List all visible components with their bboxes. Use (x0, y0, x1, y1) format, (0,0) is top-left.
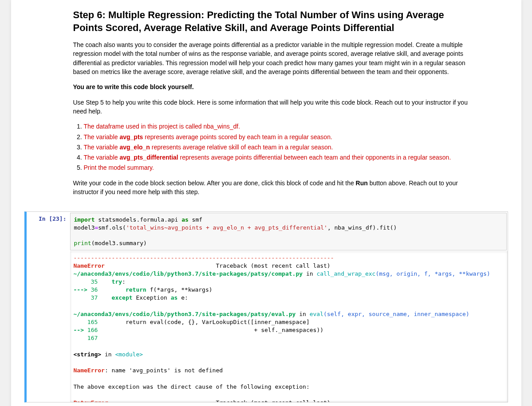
error-output: ----------------------------------------… (70, 251, 508, 402)
list-item: Print the model summary. (84, 163, 473, 172)
run-instruction: Write your code in the code block sectio… (73, 179, 473, 197)
code-cell[interactable]: In [23]: import statsmodels.formula.api … (24, 211, 508, 402)
step-heading: Step 6: Multiple Regression: Predicting … (73, 9, 473, 34)
instruction-bold: You are to write this code block yoursel… (73, 82, 473, 91)
list-item: The dataframe used in this project is ca… (84, 122, 473, 131)
list-item: The variable avg_elo_n represents averag… (84, 143, 473, 152)
list-item: The variable avg_pts_differential repres… (84, 153, 473, 162)
hint-paragraph: Use Step 5 to help you write this code b… (73, 98, 473, 116)
intro-paragraph: The coach also wants you to consider the… (73, 40, 473, 76)
input-prompt: In [23]: (27, 212, 70, 222)
output-row: ----------------------------------------… (27, 251, 508, 402)
code-editor[interactable]: import statsmodels.formula.api as smf mo… (70, 213, 507, 250)
code-input-row: In [23]: import statsmodels.formula.api … (27, 212, 508, 251)
list-item: The variable avg_pts represents average … (84, 133, 473, 141)
notebook-page: Step 6: Multiple Regression: Predicting … (11, 0, 521, 406)
hint-list: The dataframe used in this project is ca… (73, 122, 473, 172)
markdown-cell: Step 6: Multiple Regression: Predicting … (11, 0, 521, 207)
